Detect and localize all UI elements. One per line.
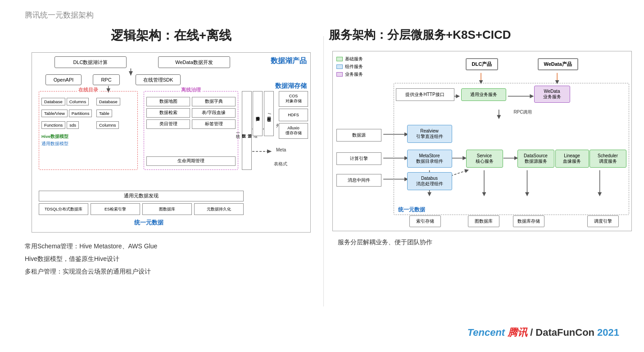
format-label: 表格式 bbox=[274, 161, 287, 167]
table-view-cell: Table/View bbox=[41, 110, 68, 117]
datasource-svc-box: DataSource数据源服务 bbox=[517, 150, 554, 168]
data-dict-cell: 数据字典 bbox=[192, 97, 236, 106]
data-lake-storage-label: 数据湖存储 bbox=[275, 82, 307, 90]
meta-persist-box: 元数据持久化 bbox=[194, 203, 244, 215]
brand-year: 2021 bbox=[597, 327, 619, 338]
offline-governance: 离线治理 数据地图 数据字典 数据检索 表/字段血缘 类目管理 标签管理 生命周… bbox=[144, 91, 238, 170]
branding: Tencent 腾讯 / DataFunCon 2021 bbox=[467, 326, 619, 339]
legend-basic: 基础服务 bbox=[336, 55, 363, 63]
tdsql-box: TDSQL分布式数据库 bbox=[39, 203, 88, 215]
legend-basic-color bbox=[336, 57, 343, 61]
compute-engine-box: 计算引擎 bbox=[336, 152, 381, 165]
legend-business-color bbox=[336, 72, 343, 77]
service-box: Service核心服务 bbox=[466, 150, 503, 168]
footnote-line2: Hive数据模型，借鉴原生Hive设计 bbox=[25, 252, 317, 265]
graph-db-box: 图数据库 bbox=[142, 203, 192, 215]
online-catalog-title: 在线目录 bbox=[77, 87, 100, 93]
index-storage-box: 索引存储 bbox=[409, 215, 441, 227]
hdfs-box: HDFS bbox=[279, 109, 308, 121]
legend-component-label: 组件服务 bbox=[345, 63, 363, 70]
legend-component-color bbox=[336, 64, 343, 69]
openapi-box: OpenAPI bbox=[45, 74, 82, 85]
dlc-box: DLC数据湖计算 bbox=[54, 56, 127, 68]
brand-tencent-en: Tencent bbox=[467, 327, 505, 338]
left-footnotes: 常用Schema管理：Hive Metastore、AWS Glue Hive数… bbox=[25, 240, 317, 278]
wedata-box: WeData数据开发 bbox=[158, 56, 230, 68]
mgmt-sdk-box: 在线管理SDK bbox=[136, 74, 181, 85]
common-business-box: 通用业务服务 bbox=[461, 88, 506, 101]
wedata-service-box: WeData业务服务 bbox=[534, 86, 570, 103]
columns-col2: Columns bbox=[96, 121, 119, 129]
data-map-cell: 数据地图 bbox=[146, 97, 190, 106]
database-col2: Database bbox=[96, 98, 120, 105]
lineage-box: Lineage血缘服务 bbox=[555, 150, 589, 168]
dlc-product-box: DLC产品 bbox=[466, 58, 499, 70]
es-box: ES检索引擎 bbox=[91, 203, 140, 215]
hive-model-label: Hive数据模型 bbox=[41, 134, 68, 140]
scheduler-engine-box: 调度引擎 bbox=[587, 215, 619, 227]
unified-data-label-left: 统一元数据 bbox=[32, 219, 265, 227]
multi-tenant-box: 多租户管理 bbox=[253, 91, 263, 136]
common-data-model-label: 通用数据模型 bbox=[41, 141, 68, 147]
section-divider bbox=[323, 36, 324, 306]
database-cell: Database bbox=[41, 98, 65, 105]
field-lineage-cell: 表/字段血缘 bbox=[192, 108, 236, 118]
page-title: 腾讯统一元数据架构 bbox=[25, 10, 94, 20]
meta-label: Meta bbox=[276, 147, 286, 152]
wedata-product-box: WeData产品 bbox=[538, 58, 578, 70]
legend-business-label: 业务服务 bbox=[345, 70, 363, 78]
partitions-cell: Partitions bbox=[69, 110, 92, 117]
online-catalog: 在线目录 Database Columns Table/View Partiti… bbox=[39, 91, 138, 170]
data-source-box: 数据源 bbox=[336, 129, 381, 142]
offline-title: 离线治理 bbox=[180, 87, 202, 93]
unified-data-right: 统一元数据 bbox=[398, 206, 425, 214]
rpc-box: RPC bbox=[93, 74, 120, 85]
functions-cell: Functions bbox=[41, 121, 65, 129]
left-diagram: DLC数据湖计算 WeData数据开发 数据湖产品 数据湖存储 OpenAPI … bbox=[32, 52, 311, 233]
left-section: 逻辑架构：在线+离线 DLC数据湖计算 bbox=[25, 27, 317, 278]
alluxio-box: Alluxio缓存存储 bbox=[279, 123, 308, 139]
legend-business: 业务服务 bbox=[336, 70, 363, 78]
rpc-call-label: RPC调用 bbox=[513, 109, 532, 115]
data-search-cell: 数据检索 bbox=[146, 108, 190, 118]
right-section: 服务架构：分层微服务+K8S+CICD bbox=[329, 27, 635, 247]
footnote-line1: 常用Schema管理：Hive Metastore、AWS Glue bbox=[25, 240, 317, 252]
realview-box: Realview引擎直连组件 bbox=[407, 125, 452, 143]
right-footnote: 服务分层解耦业务、便于团队协作 bbox=[329, 238, 635, 247]
legend-basic-label: 基础服务 bbox=[345, 55, 363, 63]
graph-db-right-box: 图数据库 bbox=[468, 215, 499, 227]
brand-slash: / bbox=[530, 327, 533, 338]
auth-box: 授权/鉴权 bbox=[264, 91, 274, 136]
databus-box: Databus消息处理组件 bbox=[407, 172, 452, 190]
legend-component: 组件服务 bbox=[336, 63, 363, 70]
brand-tencent-cn: 腾讯 bbox=[508, 326, 527, 339]
tag-mgmt-cell: 标签管理 bbox=[192, 119, 236, 129]
business-http-box: 提供业务HTTP接口 bbox=[396, 88, 454, 101]
footnote-line3: 多租户管理：实现混合云场景的通用租户设计 bbox=[25, 265, 317, 278]
left-heading: 逻辑架构：在线+离线 bbox=[25, 27, 317, 44]
services-outer-border bbox=[394, 83, 629, 215]
db-storage-box: 数据库存储 bbox=[513, 215, 544, 227]
right-heading: 服务架构：分层微服务+K8S+CICD bbox=[329, 27, 635, 43]
unified-meta-discovery: 通用元数据发现 bbox=[39, 191, 244, 201]
table-col2: Table bbox=[96, 110, 112, 117]
sds-cell: sds bbox=[67, 121, 79, 129]
brand-datafuncon: DataFunCon bbox=[535, 327, 594, 338]
cos-box: COS对象存储 bbox=[279, 91, 308, 107]
scheduler-box: Scheduler调度服务 bbox=[590, 150, 626, 168]
unified-datasource-box: 统一数据源管理 bbox=[242, 91, 252, 170]
columns-cell: Columns bbox=[67, 98, 89, 105]
data-lake-product-label: 数据湖产品 bbox=[271, 56, 307, 66]
right-diagram: 基础服务 组件服务 业务服务 DLC产品 WeData产品 提供业务HTTP接口… bbox=[332, 51, 632, 231]
message-middleware-box: 消息中间件 bbox=[336, 174, 381, 187]
metastore-box: MetaStore数据目录组件 bbox=[407, 150, 452, 168]
category-mgmt-cell: 类目管理 bbox=[146, 119, 190, 129]
legend: 基础服务 组件服务 业务服务 bbox=[336, 55, 363, 78]
lifecycle-mgmt-cell: 生命周期管理 bbox=[146, 156, 236, 166]
